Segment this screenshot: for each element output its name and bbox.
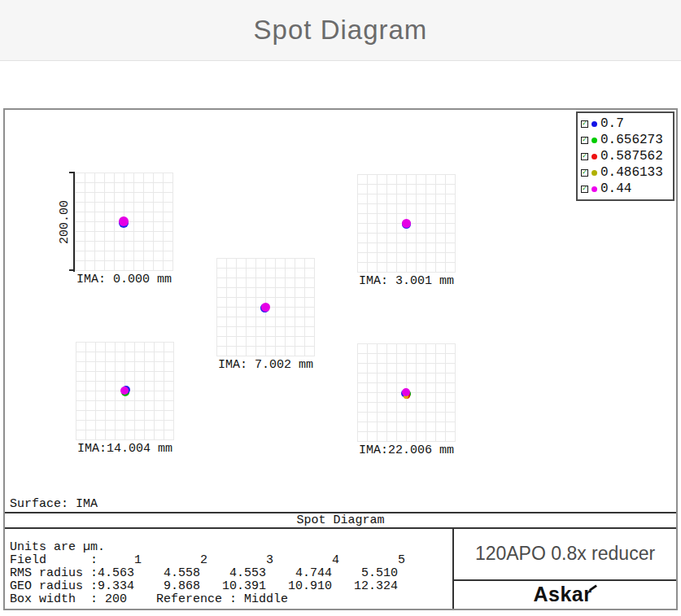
- wavelength-dot-icon: [592, 154, 597, 159]
- spot-grid: [357, 343, 456, 442]
- spot-panel: IMA: 7.002 mm: [216, 258, 315, 356]
- checkbox-icon: ✓: [581, 120, 588, 128]
- spot-grid: [76, 342, 174, 440]
- wavelength-dot-icon: [592, 121, 597, 127]
- metrics-text: Units are µm. Field : 1 2 3 4 5 RMS radi…: [10, 541, 405, 606]
- brand-text: Askar: [534, 583, 592, 606]
- ima-label: IMA:14.004 mm: [77, 442, 172, 456]
- legend-label: 0.44: [600, 181, 631, 196]
- spot-panel: IMA:14.004 mm: [76, 342, 174, 440]
- spot: [261, 303, 270, 312]
- ima-label: IMA:22.006 mm: [359, 443, 454, 457]
- legend-label: 0.7: [600, 116, 624, 131]
- figure-caption: Spot Diagram: [5, 513, 676, 527]
- legend-item: ✓0.656273: [579, 132, 671, 148]
- scale-value-label: 200.00: [58, 173, 72, 271]
- spot: [402, 388, 410, 396]
- brand-logo: Askar: [454, 580, 676, 609]
- legend-label: 0.587562: [600, 149, 663, 164]
- model-name: 120APO 0.8x reducer: [454, 527, 676, 579]
- spot-grid: [216, 258, 315, 356]
- checkbox-icon: ✓: [581, 169, 588, 177]
- legend-item: ✓0.486133: [579, 164, 671, 181]
- page-title: Spot Diagram: [254, 15, 428, 46]
- spot: [120, 387, 129, 395]
- legend-label: 0.486133: [600, 165, 663, 180]
- surface-label: Surface: IMA: [10, 497, 98, 511]
- checkbox-icon: ✓: [581, 153, 588, 160]
- ima-label: IMA: 7.002 mm: [218, 358, 313, 372]
- spot: [119, 216, 129, 226]
- spot: [402, 219, 411, 228]
- checkbox-icon: ✓: [581, 137, 588, 144]
- wavelength-dot-icon: [592, 138, 597, 143]
- legend-label: 0.656273: [600, 133, 663, 147]
- wavelength-dot-icon: [592, 170, 597, 176]
- spot-diagram-figure: ✓0.7✓0.656273✓0.587562✓0.486133✓0.44 200…: [3, 108, 678, 610]
- spot-panel: IMA: 3.001 mm: [357, 174, 456, 273]
- wavelength-dot-icon: [592, 186, 597, 192]
- ima-label: IMA: 3.001 mm: [359, 274, 454, 288]
- ima-label: IMA: 0.000 mm: [76, 273, 172, 286]
- spot-panel: IMA:22.006 mm: [357, 343, 456, 442]
- page-header: Spot Diagram: [0, 0, 681, 61]
- legend-item: ✓0.587562: [579, 148, 671, 164]
- legend-item: ✓0.44: [579, 181, 671, 197]
- spot-grid: [357, 174, 456, 273]
- scale-axis: [73, 172, 75, 272]
- spot-panel: 200.00IMA: 0.000 mm: [75, 173, 173, 271]
- wavelength-legend: ✓0.7✓0.656273✓0.587562✓0.486133✓0.44: [576, 111, 674, 201]
- spot-grid: 200.00: [75, 173, 173, 271]
- legend-item: ✓0.7: [579, 116, 671, 132]
- checkbox-icon: ✓: [581, 186, 588, 193]
